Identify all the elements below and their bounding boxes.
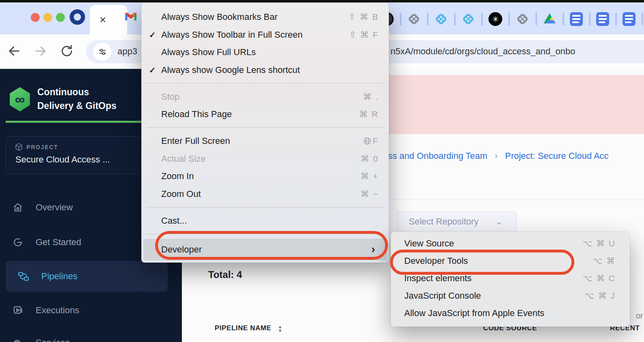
menu-item-label: Actual Size xyxy=(161,154,206,164)
tab-favicon-diamond-blue-icon[interactable] xyxy=(461,12,475,26)
menu-shortcut: ⌘ 0 xyxy=(360,154,379,164)
breadcrumb-project-link[interactable]: Project: Secure Cloud Acc xyxy=(505,151,609,161)
menu-shortcut: ⇧ ⌘ B xyxy=(349,12,379,22)
tab-separator xyxy=(615,13,617,26)
macos-zoom-button[interactable] xyxy=(56,13,65,22)
gear-icon: ⚙ xyxy=(12,338,22,342)
sidebar-item-label: Services xyxy=(36,338,70,342)
tab-favicon-google-docs-icon[interactable] xyxy=(570,12,583,26)
menu-separator xyxy=(141,203,389,212)
tab-separator xyxy=(642,13,643,26)
menu-shortcut: F xyxy=(363,136,379,146)
screenshot-root: × ✳ xyxy=(0,0,644,342)
menu-item-always-show-toolbar[interactable]: ✓Always Show Toolbar in Full Screen⇧ ⌘ F xyxy=(141,26,389,44)
menu-item-always-show-google-lens[interactable]: ✓Always show Google Lens shortcut xyxy=(141,61,389,79)
cube-icon xyxy=(15,143,23,151)
menu-item-stop: Stop⌘ . xyxy=(141,88,389,106)
module-title: Continuous Delivery & GitOps xyxy=(37,85,117,113)
select-repository-label: Select Repository xyxy=(409,216,478,227)
tab-favicon-google-drive-icon[interactable] xyxy=(543,12,557,26)
menu-separator xyxy=(141,123,389,132)
tab-separator xyxy=(454,13,456,26)
sidebar-item-label: Pipelines xyxy=(41,271,77,282)
menu-item-label: Always Show Bookmarks Bar xyxy=(161,12,277,22)
tab-separator xyxy=(589,13,591,26)
checkmark-icon: ✓ xyxy=(149,65,156,75)
breadcrumb: ss and Onboarding Team › Project: Secure… xyxy=(388,151,644,161)
view-menu: Always Show Bookmarks Bar⇧ ⌘ B ✓Always S… xyxy=(141,3,389,263)
site-settings-tune-icon[interactable] xyxy=(93,43,111,61)
gmail-icon[interactable] xyxy=(124,11,137,22)
select-repository-dropdown[interactable]: Select Repository ⌄ xyxy=(396,211,517,232)
infinity-glyph: ∞ xyxy=(15,92,25,107)
cd-module-logo-icon: ∞ xyxy=(9,87,31,111)
menu-item-zoom-in[interactable]: Zoom In⌘ + xyxy=(141,168,389,186)
menu-item-always-show-full-urls[interactable]: Always Show Full URLs xyxy=(141,43,389,61)
back-icon[interactable] xyxy=(7,44,21,58)
tab-separator xyxy=(563,13,564,26)
get-started-icon xyxy=(12,237,23,248)
annotation-circle-developer-tools xyxy=(390,250,574,275)
menu-item-label: Allow JavaScript from Apple Events xyxy=(404,308,544,318)
menu-item-label: View Source xyxy=(404,238,454,249)
menu-shortcut: ⌘ − xyxy=(360,189,379,199)
menu-item-label: JavaScript Console xyxy=(404,291,481,301)
forward-icon[interactable] xyxy=(34,44,47,58)
menu-shortcut: ⌥ ⌘ xyxy=(593,256,616,266)
sidebar-item-executions[interactable]: Executions xyxy=(0,300,182,321)
sort-icon[interactable]: ▲▼ xyxy=(278,325,283,333)
menu-item-label: Always Show Full URLs xyxy=(161,47,256,58)
menu-item-label: Stop xyxy=(161,92,179,102)
menu-item-label: Cast... xyxy=(161,216,187,226)
tab-favicon-google-docs-icon[interactable] xyxy=(596,12,609,26)
menu-item-always-show-bookmarks-bar[interactable]: Always Show Bookmarks Bar⇧ ⌘ B xyxy=(141,8,389,26)
project-name: Secure Cloud Access ... xyxy=(15,154,110,165)
column-header-pipeline-name[interactable]: PIPELINE NAME▲▼ xyxy=(215,324,283,333)
tab-favicon-diamond-blue-icon[interactable] xyxy=(434,12,448,26)
executions-icon xyxy=(12,305,23,316)
active-tab[interactable]: × xyxy=(90,5,127,37)
submenu-item-javascript-console[interactable]: JavaScript Console⌥ ⌘ J xyxy=(391,287,630,304)
menu-item-enter-full-screen[interactable]: Enter Full Screen F xyxy=(141,132,389,150)
menu-shortcut: ⌥ ⌘ U xyxy=(582,239,616,248)
tab-separator xyxy=(535,13,537,26)
module-title-line2: Delivery & GitOps xyxy=(37,99,117,113)
macos-close-button[interactable] xyxy=(31,13,40,22)
macos-minimize-button[interactable] xyxy=(43,13,52,22)
tab-separator xyxy=(508,13,510,26)
page-header-divider xyxy=(390,199,644,200)
menu-shortcut: ⌘ R xyxy=(359,109,379,119)
chatgpt-glyph: ✳ xyxy=(492,15,499,24)
menu-item-zoom-out[interactable]: Zoom Out⌘ − xyxy=(141,185,389,203)
tab-favicon-ring-icon[interactable] xyxy=(70,9,85,25)
menu-item-reload-this-page[interactable]: Reload This Page⌘ R xyxy=(141,105,389,123)
menu-shortcut: ⇧ ⌘ F xyxy=(349,30,379,40)
sidebar-item-label: Get Started xyxy=(36,237,81,248)
developer-submenu: View Source⌥ ⌘ U Developer Tools⌥ ⌘ Insp… xyxy=(391,232,630,327)
total-count: Total: 4 xyxy=(208,269,242,280)
annotation-circle-developer xyxy=(155,231,388,260)
tab-favicon-diamond-gray-icon[interactable] xyxy=(516,12,529,26)
sidebar-item-pipelines[interactable]: Pipelines xyxy=(6,261,168,292)
tab-favicon-diamond-gray-icon[interactable] xyxy=(407,12,421,26)
tab-favicon-chatgpt-icon[interactable]: ✳ xyxy=(488,12,502,26)
submenu-item-allow-javascript-apple-events[interactable]: Allow JavaScript from Apple Events xyxy=(391,304,630,322)
menu-item-label: Always Show Toolbar in Full Screen xyxy=(161,30,303,40)
shortcut-key: F xyxy=(373,136,379,146)
pipelines-icon xyxy=(18,271,29,282)
tab-close-icon[interactable]: × xyxy=(100,14,106,26)
tab-favicon-google-docs-icon[interactable] xyxy=(623,12,635,26)
breadcrumb-org-link[interactable]: ss and Onboarding Team xyxy=(388,151,487,161)
shrunken-tabs-row: ✳ xyxy=(380,11,643,27)
checkmark-icon: ✓ xyxy=(149,30,156,40)
chevron-down-icon: ⌄ xyxy=(495,217,502,227)
menu-item-label: Enter Full Screen xyxy=(161,136,230,146)
menu-item-cast[interactable]: Cast... xyxy=(141,212,389,230)
reload-icon[interactable] xyxy=(60,44,74,58)
sidebar-item-label: Executions xyxy=(36,305,79,316)
url-text-left: app3 xyxy=(117,46,137,57)
menu-item-label: Zoom In xyxy=(161,171,194,182)
breadcrumb-separator: › xyxy=(495,151,498,161)
globe-icon xyxy=(363,137,371,145)
module-title-line1: Continuous xyxy=(37,85,117,99)
